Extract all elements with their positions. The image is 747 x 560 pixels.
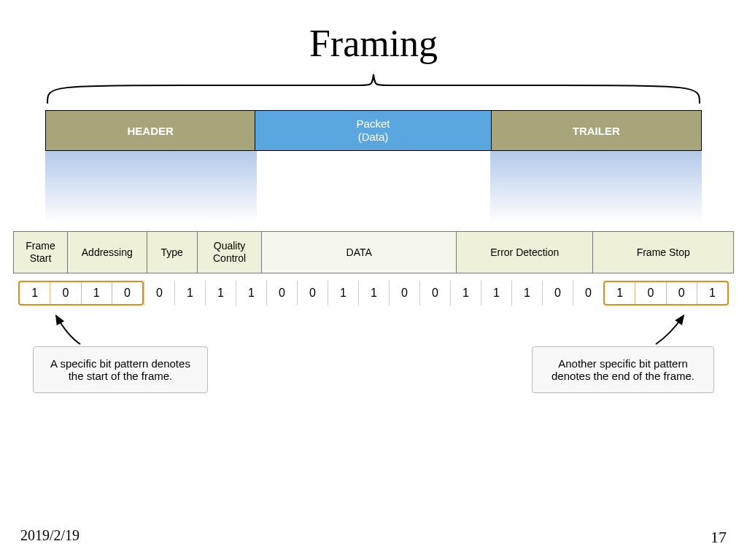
callouts-area: A specific bit pattern denotes the start… <box>18 311 729 428</box>
start-flag-group: 1 0 1 0 <box>18 281 144 306</box>
bit-cell: 1 <box>328 281 359 306</box>
bit-cell: 0 <box>667 282 697 304</box>
bit-cell: 0 <box>144 281 175 306</box>
slide-title: Framing <box>0 22 747 65</box>
bit-cell: 0 <box>635 282 666 304</box>
trailer-expansion-fan <box>490 151 702 231</box>
footer-page-number: 17 <box>711 528 727 547</box>
bit-cell: 0 <box>543 281 573 306</box>
segment-trailer: TRAILER <box>492 111 701 150</box>
field-type: Type <box>147 232 198 273</box>
segment-header: HEADER <box>46 111 255 150</box>
segment-packet: Packet (Data) <box>255 111 491 150</box>
bit-cell: 0 <box>573 281 603 306</box>
bit-cell: 0 <box>420 281 451 306</box>
field-quality-control: Quality Control <box>198 232 263 273</box>
bit-cell: 1 <box>206 281 236 306</box>
bit-cell: 1 <box>359 281 390 306</box>
packet-label-line2: (Data) <box>357 131 390 144</box>
header-expansion-fan <box>45 151 257 231</box>
arrow-end-icon <box>641 311 700 348</box>
field-error-detection: Error Detection <box>457 232 594 273</box>
expansion-zone <box>13 151 734 231</box>
bit-cell: 0 <box>267 281 298 306</box>
detail-frame-structure: Frame Start Addressing Type Quality Cont… <box>13 231 734 273</box>
payload-bits: 0 1 1 1 0 0 1 1 0 0 1 1 1 0 0 <box>144 281 603 306</box>
bit-cell: 1 <box>697 282 727 304</box>
arrow-start-icon <box>40 311 98 348</box>
bit-stream-row: 1 0 1 0 0 1 1 1 0 0 1 1 0 0 1 1 1 0 0 1 … <box>18 281 729 306</box>
field-addressing: Addressing <box>68 232 147 273</box>
bit-cell: 1 <box>82 282 112 304</box>
bit-cell: 1 <box>175 281 206 306</box>
bit-cell: 0 <box>390 281 420 306</box>
callout-start-pattern: A specific bit pattern denotes the start… <box>33 346 208 393</box>
top-frame-structure: HEADER Packet (Data) TRAILER <box>45 110 702 151</box>
end-flag-group: 1 0 0 1 <box>603 281 729 306</box>
bit-cell: 1 <box>451 281 481 306</box>
footer-date: 2019/2/19 <box>20 527 80 544</box>
field-data: DATA <box>262 232 456 273</box>
packet-label-line1: Packet <box>357 117 390 131</box>
field-frame-start: Frame Start <box>14 232 68 273</box>
bit-cell: 0 <box>298 281 328 306</box>
bit-cell: 1 <box>236 281 267 306</box>
bit-cell: 1 <box>20 282 50 304</box>
bit-cell: 1 <box>481 281 512 306</box>
callout-end-pattern: Another specific bit pattern denotes the… <box>532 346 714 393</box>
bit-cell: 1 <box>605 282 635 304</box>
field-frame-stop: Frame Stop <box>593 232 733 273</box>
top-brace <box>44 71 703 107</box>
bit-cell: 1 <box>512 281 543 306</box>
bit-cell: 0 <box>50 282 81 304</box>
bit-cell: 0 <box>112 282 142 304</box>
